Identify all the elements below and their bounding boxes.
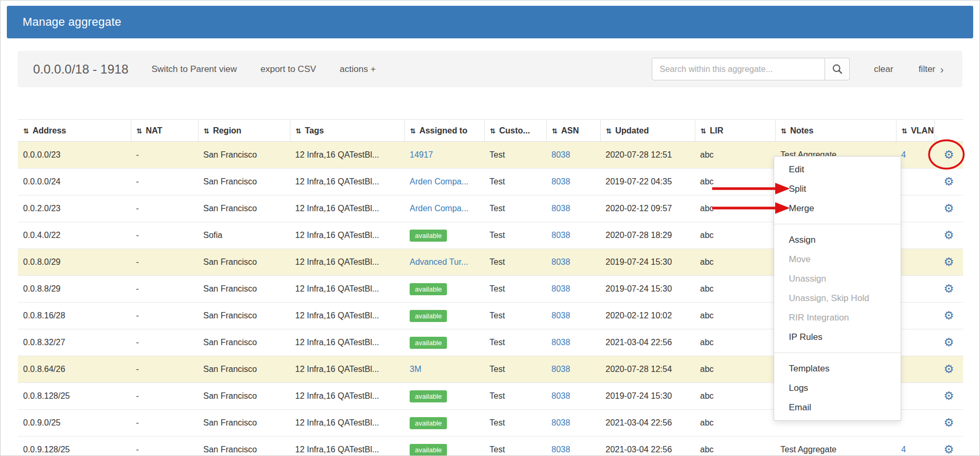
menu-item-templates[interactable]: Templates [774, 359, 901, 378]
actions-cell: ⚙ [934, 169, 963, 195]
sort-icon: ⇅ [701, 127, 706, 135]
column-label: Updated [615, 126, 649, 135]
assigned-link[interactable]: Arden Compa... [410, 177, 468, 186]
column-header-tags[interactable]: ⇅Tags [290, 120, 404, 142]
region-cell: San Francisco [198, 195, 290, 222]
column-header-lir[interactable]: ⇅LIR [695, 120, 775, 142]
nat-cell: - [131, 249, 198, 276]
clear-link[interactable]: clear [874, 64, 893, 75]
asn-cell: 8038 [546, 437, 600, 456]
column-label: Assigned to [419, 126, 467, 135]
column-header-vlan[interactable]: ⇅VLAN [896, 120, 934, 142]
row-actions-gear-icon[interactable]: ⚙ [944, 175, 954, 188]
nat-cell: - [131, 276, 198, 303]
filter-link[interactable]: filter › [919, 64, 944, 75]
menu-item-email[interactable]: Email [774, 398, 901, 417]
row-actions-gear-icon[interactable]: ⚙ [944, 443, 954, 456]
vlan-cell [896, 169, 934, 195]
actions-cell: ⚙ [934, 142, 963, 169]
row-actions-gear-icon[interactable]: ⚙ [944, 202, 954, 215]
column-header-updated[interactable]: ⇅Updated [600, 120, 695, 142]
chevron-right-icon: › [940, 64, 944, 75]
nat-cell: - [131, 329, 198, 356]
row-actions-gear-icon[interactable]: ⚙ [944, 416, 954, 429]
customer-cell: Test [484, 410, 546, 437]
available-badge: available [410, 230, 447, 242]
menu-divider [774, 224, 901, 224]
toolbar: 0.0.0.0/18 - 1918 Switch to Parent view … [18, 51, 962, 87]
asn-cell: 8038 [546, 303, 600, 329]
menu-item-merge[interactable]: Merge [774, 199, 901, 218]
lir-cell: abc [695, 356, 775, 383]
assigned-link[interactable]: 14917 [410, 150, 433, 160]
actions-cell: ⚙ [934, 356, 963, 383]
row-actions-gear-icon[interactable]: ⚙ [944, 309, 954, 322]
tags-cell: 12 Infra,16 QATestBl... [290, 303, 404, 329]
column-header-actions [934, 120, 963, 142]
row-actions-gear-icon[interactable]: ⚙ [944, 362, 954, 376]
customer-cell: Test [484, 303, 546, 329]
updated-cell: 2019-07-22 04:35 [600, 169, 695, 195]
asn-link[interactable]: 8038 [551, 365, 570, 374]
nat-cell: - [131, 383, 198, 410]
lir-cell: abc [695, 329, 775, 356]
column-header-customer[interactable]: ⇅Custo... [484, 120, 546, 142]
asn-link[interactable]: 8038 [551, 204, 570, 213]
vlan-cell [896, 249, 934, 276]
sort-icon: ⇅ [204, 127, 210, 135]
address-cell: 0.0.8.64/26 [18, 356, 131, 383]
manage-aggregate-page: Manage aggregate 0.0.0.0/18 - 1918 Switc… [0, 0, 980, 456]
row-actions-gear-icon[interactable]: ⚙ [944, 389, 954, 402]
menu-item-assign[interactable]: Assign [774, 230, 901, 250]
row-actions-gear-icon[interactable]: ⚙ [944, 336, 954, 349]
asn-link[interactable]: 8038 [551, 338, 570, 347]
asn-link[interactable]: 8038 [551, 150, 570, 160]
column-header-asn[interactable]: ⇅ASN [546, 120, 600, 142]
row-actions-gear-icon[interactable]: ⚙ [944, 229, 954, 242]
tags-cell: 12 Infra,16 QATestBl... [290, 329, 404, 356]
sort-icon: ⇅ [781, 127, 787, 135]
row-actions-gear-icon[interactable]: ⚙ [944, 148, 954, 161]
updated-cell: 2021-03-04 22:56 [600, 329, 695, 356]
column-header-address[interactable]: ⇅Address [18, 120, 131, 142]
menu-item-edit[interactable]: Edit [774, 160, 901, 179]
column-label: Region [213, 126, 241, 135]
asn-link[interactable]: 8038 [551, 257, 570, 267]
switch-parent-view-link[interactable]: Switch to Parent view [151, 64, 237, 75]
region-cell: San Francisco [198, 276, 290, 303]
assigned-link[interactable]: Advanced Tur... [410, 257, 468, 267]
vlan-link[interactable]: 4 [901, 445, 906, 454]
export-csv-link[interactable]: export to CSV [260, 64, 316, 75]
asn-link[interactable]: 8038 [551, 231, 570, 240]
column-header-notes[interactable]: ⇅Notes [775, 120, 896, 142]
menu-item-split[interactable]: Split [774, 179, 901, 199]
column-header-assigned-to[interactable]: ⇅Assigned to [404, 120, 484, 142]
menu-item-ip-rules[interactable]: IP Rules [774, 327, 901, 347]
actions-menu-link[interactable]: actions + [340, 64, 376, 75]
assigned-link[interactable]: 3M [410, 365, 421, 374]
asn-link[interactable]: 8038 [551, 391, 570, 401]
column-header-region[interactable]: ⇅Region [198, 120, 290, 142]
available-badge: available [410, 390, 447, 402]
asn-link[interactable]: 8038 [551, 284, 570, 294]
region-cell: San Francisco [198, 142, 290, 169]
vlan-link[interactable]: 4 [901, 150, 906, 160]
asn-link[interactable]: 8038 [551, 177, 570, 186]
assigned-cell: available [404, 276, 484, 303]
row-actions-gear-icon[interactable]: ⚙ [944, 255, 954, 268]
actions-cell: ⚙ [934, 276, 963, 303]
asn-link[interactable]: 8038 [551, 311, 570, 320]
search-button[interactable] [825, 58, 850, 80]
asn-link[interactable]: 8038 [551, 418, 570, 428]
sort-icon: ⇅ [296, 127, 301, 135]
customer-cell: Test [484, 383, 546, 410]
assigned-link[interactable]: Arden Compa... [410, 204, 468, 213]
menu-item-logs[interactable]: Logs [774, 378, 901, 398]
region-cell: San Francisco [198, 249, 290, 276]
search-input[interactable] [652, 58, 825, 80]
row-actions-gear-icon[interactable]: ⚙ [944, 282, 954, 295]
asn-cell: 8038 [546, 249, 600, 276]
tags-cell: 12 Infra,16 QATestBl... [290, 410, 404, 437]
column-header-nat[interactable]: ⇅NAT [131, 120, 198, 142]
asn-link[interactable]: 8038 [551, 445, 570, 454]
